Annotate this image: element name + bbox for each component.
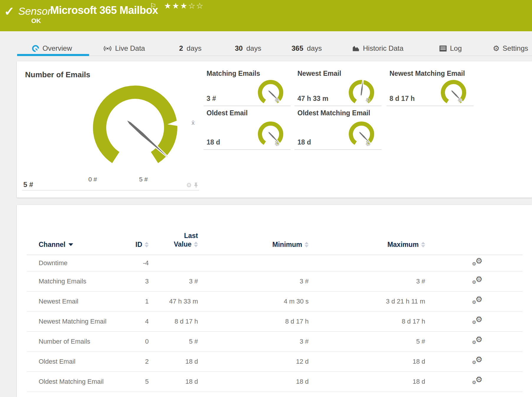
tab-label: days [186, 44, 202, 53]
gear-icon[interactable]: ⚙ [186, 182, 192, 189]
column-header-maximum[interactable]: Maximum [309, 241, 425, 249]
cell-channel[interactable]: Newest Email [27, 298, 118, 305]
gauge-scale-min: 0 # [82, 176, 103, 183]
cell-channel[interactable]: Oldest Matching Email [27, 378, 118, 385]
cell-channel[interactable]: Matching Emails [27, 278, 118, 285]
mini-gauge-value: 18 d [297, 138, 311, 146]
channel-settings-icon[interactable]: ⚙⚙ [473, 276, 483, 286]
mini-gauge-title: Oldest Email [207, 109, 248, 117]
table-row-matching-emails: Matching Emails 3 3 # 3 # 3 # ⚙⚙ [27, 272, 523, 292]
divider [204, 106, 291, 106]
column-header-id[interactable]: ID [118, 241, 149, 249]
column-header-last-value[interactable]: Last Value [149, 232, 198, 249]
channel-settings-icon[interactable]: ⚙⚙ [473, 296, 483, 306]
gauges-panel: Number of Emails x̄ 0 # 5 # 5 # ⚙ Matchi… [17, 61, 532, 198]
channel-table: Channel ID Last Value Minimum Maximum [27, 205, 523, 392]
tab-label: Overview [42, 44, 72, 53]
primary-gauge [85, 78, 185, 178]
stars-empty[interactable]: ☆☆ [188, 1, 204, 10]
channels-panel: Channel ID Last Value Minimum Maximum [17, 205, 532, 397]
tab-label: days [307, 44, 322, 53]
primary-gauge-actions: ⚙ [186, 182, 198, 189]
table-row-downtime: Downtime -4 ⚙⚙ [27, 255, 523, 272]
tab-settings[interactable]: ⚙ Settings [493, 43, 528, 54]
tab-label: days [246, 44, 261, 53]
pin-icon[interactable] [274, 142, 278, 146]
cell-channel[interactable]: Number of Emails [27, 338, 118, 345]
channel-settings-icon[interactable]: ⚙⚙ [473, 357, 483, 367]
broadcast-icon [103, 45, 112, 52]
cell-min: 4 m 30 s [198, 298, 309, 305]
column-label: Last [184, 232, 198, 240]
pin-icon[interactable] [365, 142, 369, 146]
mini-gauge-value: 8 d 17 h [389, 95, 415, 103]
sensor-header: ✓ Sensor Microsoft 365 Mailbox ⚐ ★★★☆☆ O… [0, 0, 532, 31]
tab-label: Log [450, 44, 462, 53]
cell-min: 3 # [198, 278, 309, 285]
gauge-icon [32, 45, 40, 53]
cell-min: 18 d [198, 378, 309, 385]
mini-gauge-actions: ⚙ [457, 97, 463, 104]
gauge-card-newest-email: Newest Email 47 h 33 m ⚙ [294, 69, 382, 106]
mini-gauge-value: 3 # [207, 95, 216, 103]
column-header-channel[interactable]: Channel [27, 241, 118, 249]
cell-id: 3 [118, 278, 149, 285]
table-header-row: Channel ID Last Value Minimum Maximum [27, 205, 523, 255]
tab-30-days[interactable]: 30 days [235, 43, 261, 54]
column-header-minimum[interactable]: Minimum [198, 241, 309, 249]
cell-id: -4 [118, 259, 149, 267]
flag-icon[interactable]: ⚐ [150, 2, 156, 10]
stars-filled[interactable]: ★★★ [164, 1, 188, 10]
sort-desc-icon [68, 243, 73, 246]
tab-number: 2 [179, 44, 183, 53]
divider [294, 149, 382, 150]
tab-live-data[interactable]: Live Data [103, 43, 145, 54]
divider [387, 106, 474, 106]
mini-gauge-value: 18 d [207, 138, 220, 146]
entity-type-label: Sensor [18, 5, 51, 17]
cell-max: 18 d [309, 358, 425, 365]
pin-icon[interactable] [365, 98, 369, 103]
gauge-scale-max: 5 # [133, 176, 154, 183]
pin-icon[interactable] [194, 183, 198, 188]
mini-gauge [345, 119, 378, 152]
sort-icon [194, 242, 198, 247]
status-badge: OK [31, 17, 41, 25]
mini-gauge-title: Matching Emails [207, 70, 260, 78]
tab-historic-data[interactable]: Historic Data [352, 43, 403, 54]
channel-settings-icon[interactable]: ⚙⚙ [473, 337, 483, 347]
sensor-title: Microsoft 365 Mailbox [50, 4, 158, 17]
tab-log[interactable]: Log [439, 43, 462, 54]
table-row-newest-email: Newest Email 1 47 h 33 m 4 m 30 s 3 d 21… [27, 292, 523, 312]
cell-min: 3 # [198, 338, 309, 345]
cell-channel[interactable]: Downtime [27, 259, 118, 267]
table-row-oldest-email: Oldest Email 2 18 d 12 d 18 d ⚙⚙ [27, 352, 523, 372]
table-row-number-of-emails: Number of Emails 0 5 # 3 # 5 # ⚙⚙ [27, 332, 523, 352]
table-row-oldest-matching-email: Oldest Matching Email 5 18 d 18 d 18 d ⚙… [27, 372, 523, 392]
cell-last: 47 h 33 m [149, 298, 198, 305]
channel-settings-icon[interactable]: ⚙⚙ [473, 258, 483, 268]
pin-icon[interactable] [274, 98, 278, 103]
column-label: ID [135, 241, 142, 249]
primary-gauge-value: 5 # [23, 181, 33, 189]
column-label: Channel [39, 241, 66, 249]
tab-overview[interactable]: Overview [32, 43, 72, 54]
tab-label: Historic Data [363, 44, 403, 53]
tab-2-days[interactable]: 2 days [179, 43, 202, 54]
mini-gauge-actions: ⚙ [365, 97, 371, 104]
cell-max: 5 # [309, 338, 425, 345]
priority-stars[interactable]: ★★★☆☆ [164, 1, 204, 11]
cell-channel[interactable]: Newest Matching Email [27, 318, 118, 325]
tab-365-days[interactable]: 365 days [292, 43, 322, 54]
channel-settings-icon[interactable]: ⚙⚙ [473, 377, 483, 387]
gauge-card-newest-matching-email: Newest Matching Email 8 d 17 h ⚙ [387, 69, 474, 106]
gauge-card-matching-emails: Matching Emails 3 # ⚙ [204, 69, 291, 106]
primary-gauge-title: Number of Emails [25, 70, 90, 79]
column-label: Value [174, 240, 191, 249]
cell-max: 3 d 21 h 11 m [309, 298, 425, 305]
channel-settings-icon[interactable]: ⚙⚙ [473, 316, 483, 327]
pin-icon[interactable] [457, 98, 461, 103]
cell-max: 8 d 17 h [309, 318, 425, 325]
mini-gauge-actions: ⚙ [274, 97, 280, 104]
cell-channel[interactable]: Oldest Email [27, 358, 118, 365]
